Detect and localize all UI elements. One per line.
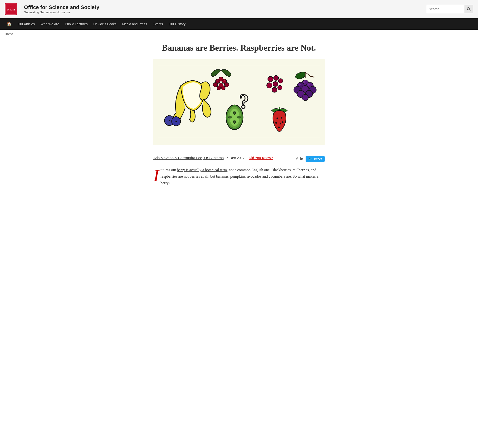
main-content: Bananas are Berries. Raspberries are Not… bbox=[149, 43, 329, 196]
svg-point-21 bbox=[224, 80, 225, 81]
twitter-bird-icon: 🐦 bbox=[308, 157, 312, 161]
svg-point-38 bbox=[281, 117, 283, 119]
search-box[interactable] bbox=[426, 5, 473, 13]
breadcrumb-home-link[interactable]: Home bbox=[5, 32, 13, 36]
svg-point-54 bbox=[308, 83, 310, 86]
svg-point-10 bbox=[176, 120, 177, 122]
svg-point-31 bbox=[273, 76, 278, 81]
nav-home-icon[interactable]: 🏠 bbox=[4, 21, 15, 27]
site-title: Office for Science and Society bbox=[24, 4, 422, 11]
nav-item-dr-joes-books[interactable]: Dr. Joe's Books bbox=[90, 22, 119, 26]
mcgill-shield: McGill ⚜ bbox=[5, 3, 17, 15]
svg-point-14 bbox=[213, 82, 218, 87]
nav-item-public-lectures[interactable]: Public Lectures bbox=[62, 22, 91, 26]
svg-point-41 bbox=[282, 121, 283, 123]
svg-point-27 bbox=[228, 116, 232, 118]
linkedin-icon[interactable]: in bbox=[300, 157, 303, 161]
nav-item-who-we-are[interactable]: Who We Are bbox=[38, 22, 62, 26]
article-category[interactable]: Did You Know? bbox=[249, 156, 273, 160]
article-body: I t turns out berry is actually a botani… bbox=[153, 167, 325, 186]
nav-item-media-and-press[interactable]: Media and Press bbox=[119, 22, 150, 26]
logo-area: McGill ⚜ bbox=[5, 3, 20, 15]
svg-point-35 bbox=[272, 88, 277, 93]
tweet-label: Tweet bbox=[314, 157, 322, 161]
svg-point-37 bbox=[277, 117, 278, 119]
svg-text:⚜: ⚜ bbox=[10, 6, 12, 8]
facebook-icon[interactable]: f bbox=[296, 157, 297, 161]
svg-line-5 bbox=[469, 10, 471, 11]
drop-cap: I bbox=[153, 169, 161, 182]
article-date: 6 Dec 2017 bbox=[226, 156, 245, 160]
svg-point-42 bbox=[278, 126, 280, 128]
svg-text:?: ? bbox=[239, 90, 249, 113]
svg-point-33 bbox=[273, 82, 278, 87]
header-divider bbox=[20, 3, 20, 15]
svg-point-26 bbox=[233, 120, 235, 124]
fruit-illustration: ? bbox=[158, 63, 320, 139]
search-input[interactable] bbox=[426, 6, 465, 12]
svg-point-40 bbox=[280, 123, 281, 125]
svg-point-20 bbox=[217, 80, 218, 81]
svg-point-18 bbox=[221, 86, 225, 90]
tweet-button[interactable]: 🐦 Tweet bbox=[306, 156, 325, 162]
svg-point-53 bbox=[298, 83, 301, 86]
svg-point-34 bbox=[278, 79, 283, 83]
svg-point-36 bbox=[277, 85, 282, 90]
site-header: McGill ⚜ Office for Science and Society … bbox=[0, 0, 478, 18]
social-buttons: f in 🐦 Tweet bbox=[296, 156, 325, 162]
svg-point-51 bbox=[302, 95, 308, 101]
svg-point-39 bbox=[275, 122, 277, 124]
svg-point-4 bbox=[467, 8, 470, 10]
svg-point-25 bbox=[233, 111, 235, 115]
article-title: Bananas are Berries. Raspberries are Not… bbox=[153, 43, 325, 53]
svg-point-8 bbox=[169, 120, 170, 121]
svg-point-16 bbox=[225, 82, 229, 87]
hero-image: ? bbox=[153, 59, 325, 145]
article-divider bbox=[153, 151, 325, 151]
svg-point-52 bbox=[303, 81, 305, 83]
search-button[interactable] bbox=[465, 5, 473, 13]
breadcrumb: Home bbox=[0, 30, 478, 38]
article-meta-left: Ada McVean & Cassandra Lee, OSS Interns … bbox=[153, 155, 273, 161]
nav-item-our-articles[interactable]: Our Articles bbox=[15, 22, 38, 26]
svg-point-17 bbox=[217, 86, 221, 90]
article-meta: Ada McVean & Cassandra Lee, OSS Interns … bbox=[153, 155, 325, 162]
main-nav: 🏠 Our Articles Who We Are Public Lecture… bbox=[0, 18, 478, 30]
nav-item-our-history[interactable]: Our History bbox=[166, 22, 188, 26]
svg-point-32 bbox=[267, 83, 272, 88]
nav-item-events[interactable]: Events bbox=[150, 22, 166, 26]
svg-point-19 bbox=[221, 78, 222, 79]
svg-text:McGill: McGill bbox=[7, 8, 15, 11]
site-subtitle: Separating Sense from Nonsense bbox=[24, 11, 422, 14]
svg-point-28 bbox=[237, 116, 241, 118]
body-text-before: t turns out bbox=[161, 168, 177, 172]
search-icon bbox=[467, 7, 471, 11]
botanical-term-link[interactable]: berry is actually a botanical term bbox=[177, 168, 227, 172]
site-title-area: Office for Science and Society Separatin… bbox=[24, 4, 422, 14]
svg-point-30 bbox=[268, 76, 273, 82]
author-link[interactable]: Ada McVean & Cassandra Lee, OSS Interns bbox=[153, 156, 224, 160]
